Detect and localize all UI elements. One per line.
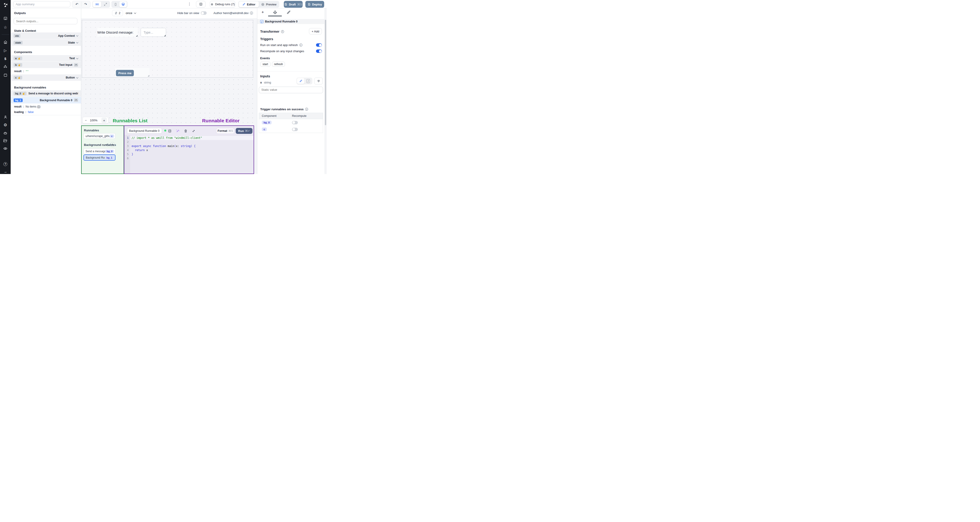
eye-icon[interactable] — [0, 145, 11, 151]
zoom-level: 100% — [90, 119, 97, 122]
search-outputs-input[interactable] — [14, 18, 77, 24]
variables-icon[interactable]: $ — [0, 56, 11, 62]
collapse-button[interactable] — [74, 99, 78, 102]
output-row-ctx[interactable]: ctx App Context — [11, 32, 81, 39]
tab-styling-icon[interactable] — [282, 8, 295, 16]
info-icon[interactable]: i — [299, 43, 302, 46]
home-icon[interactable] — [0, 39, 11, 45]
trash-icon[interactable] — [184, 129, 188, 133]
connect-plug-icon[interactable] — [314, 78, 323, 84]
deploy-button[interactable]: Deploy — [305, 1, 324, 8]
zoom-out-button[interactable]: − — [85, 118, 87, 122]
windmill-logo[interactable] — [0, 2, 11, 8]
b-result-row[interactable]: result: "" — [11, 68, 81, 75]
press-me-button[interactable]: Press me — [116, 70, 134, 76]
star-icon[interactable]: ☆ — [0, 24, 11, 30]
output-row-b[interactable]: b☝ Text Input — [11, 62, 81, 68]
event-pill-refresh[interactable]: refresh — [272, 62, 285, 67]
event-pill-start[interactable]: start — [260, 62, 270, 67]
database-icon[interactable] — [168, 129, 172, 133]
text-component-a[interactable]: Write Discord message: — [97, 28, 138, 37]
static-value-textarea[interactable] — [259, 87, 323, 93]
run-on-start-toggle[interactable] — [316, 43, 322, 47]
app-summary-input[interactable] — [13, 1, 70, 7]
interval-dropdown[interactable]: once — [126, 10, 136, 16]
debug-runs-label: Debug runs (7) — [215, 3, 235, 6]
user-icon[interactable] — [0, 114, 11, 120]
info-icon[interactable]: i — [281, 30, 284, 33]
runnable-item-script[interactable]: u/henri/scrape_githu... c — [83, 133, 116, 139]
output-row-c[interactable]: c☝ Button — [11, 75, 81, 81]
folder-icon[interactable] — [0, 138, 11, 143]
workers-icon[interactable] — [0, 130, 11, 136]
tab-preview[interactable]: Preview — [259, 2, 279, 7]
add-bg-runnable-button[interactable]: + — [110, 142, 115, 147]
collapse-button[interactable] — [74, 63, 78, 67]
output-row-bg0[interactable]: bg_0☝ Send a message to discord using we… — [11, 90, 81, 97]
ai-wand-icon[interactable] — [176, 129, 180, 133]
redo-icon[interactable]: ↷ — [81, 2, 90, 7]
bg1-loading-row[interactable]: loading: false — [11, 109, 81, 115]
hide-bar-toggle[interactable] — [201, 11, 207, 15]
code-line[interactable]: 3export async function main(x: string) { — [124, 144, 254, 148]
add-transformer-button[interactable]: + Add — [309, 28, 322, 35]
output-row-a[interactable]: a☝ Text — [11, 55, 81, 62]
resources-icon[interactable] — [0, 64, 11, 70]
code-line[interactable]: 5} — [124, 152, 254, 156]
chevron-down-icon[interactable] — [76, 41, 78, 43]
fullwidth-icon[interactable] — [101, 2, 110, 7]
resize-handle[interactable] — [136, 35, 137, 37]
resize-handle[interactable] — [148, 75, 149, 76]
info-icon[interactable]: i — [305, 108, 308, 111]
expand-editor-icon[interactable] — [192, 129, 196, 133]
refresh-count-button[interactable]: 2 — [112, 10, 123, 16]
mobile-icon[interactable] — [112, 2, 119, 7]
chevron-down-icon[interactable] — [76, 57, 78, 59]
chevron-down-icon[interactable] — [76, 76, 78, 78]
scrollbar[interactable] — [325, 8, 327, 174]
input-type: string — [264, 81, 271, 84]
runs-icon[interactable]: ▷ — [0, 48, 11, 53]
scrollbar-thumb[interactable] — [325, 20, 326, 125]
run-button[interactable]: Run ⌘↵ — [236, 128, 253, 134]
desktop-icon[interactable] — [119, 2, 127, 7]
draft-button[interactable]: Draft ⌘S — [284, 1, 302, 8]
recompute-toggle[interactable] — [292, 121, 298, 124]
kebab-menu-icon[interactable]: ⋮ — [188, 2, 191, 6]
tab-add-icon[interactable]: + — [257, 8, 268, 16]
center-layout-icon[interactable] — [93, 2, 101, 7]
runnable-item-bg0[interactable]: Send a message... bg_0 — [83, 148, 116, 154]
text-input-component-b[interactable]: Type... — [141, 28, 166, 37]
recompute-toggle[interactable] — [292, 128, 298, 131]
bg1-result-row[interactable]: result: No items ([]) — [11, 104, 81, 109]
output-row-bg1[interactable]: bg_1 Background Runnable 0 — [11, 97, 81, 103]
runnable-name-input[interactable] — [127, 128, 162, 134]
code-editor[interactable]: 1// import * as wmill from "windmill-cli… — [124, 135, 254, 173]
output-row-state[interactable]: state State — [11, 39, 81, 46]
resize-handle[interactable] — [164, 35, 165, 36]
tab-editor[interactable]: Editor — [239, 2, 259, 7]
tab-components-icon[interactable] — [268, 8, 282, 16]
docs-button[interactable] — [196, 1, 205, 8]
zoom-in-button[interactable]: + — [102, 118, 107, 123]
recompute-toggle[interactable] — [316, 49, 322, 53]
runnable-item-bg1-selected[interactable]: Background Run... bg_1 — [83, 154, 116, 161]
code-line[interactable]: 4 return x — [124, 148, 254, 152]
apps-icon[interactable] — [0, 16, 11, 21]
chevron-down-icon[interactable] — [76, 34, 78, 37]
gear-icon[interactable]: ⚙ — [0, 122, 11, 128]
code-line[interactable]: 2 — [124, 140, 254, 144]
code-line[interactable]: 1// import * as wmill from "windmill-cli… — [124, 136, 254, 140]
help-icon[interactable]: ? — [0, 161, 11, 167]
static-mode-pencil-icon[interactable] — [297, 78, 304, 84]
code-line[interactable]: 6 — [124, 156, 254, 161]
device-toggle-group — [111, 1, 127, 8]
info-icon[interactable]: i — [250, 11, 253, 14]
format-button[interactable]: Format ⌘S — [216, 128, 234, 134]
expand-sidebar-icon[interactable]: → — [0, 169, 11, 174]
debug-runs-button[interactable]: Debug runs (7) — [210, 1, 235, 8]
undo-icon[interactable]: ↶ — [73, 2, 81, 7]
schedules-icon[interactable] — [0, 72, 11, 78]
hand-pointer-icon: ☝ — [18, 76, 21, 79]
eval-mode-function-icon[interactable]: f — [304, 78, 312, 84]
